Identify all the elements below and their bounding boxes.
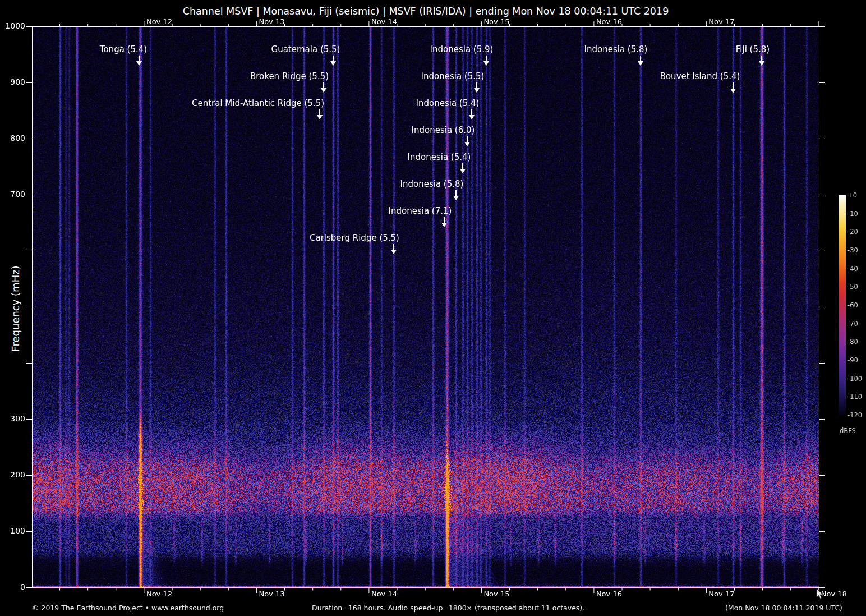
y-tick-label: 300: [2, 414, 25, 423]
event-annotation-arrow: [733, 82, 734, 89]
x-tick-label-bottom: Nov 13: [259, 590, 284, 598]
y-tick-label: 100: [2, 526, 25, 535]
y-tick-label: 1000: [2, 21, 25, 30]
x-tick-label-bottom: Nov 18: [821, 590, 847, 598]
x-tick-label-top: Nov 13: [259, 17, 284, 26]
event-annotation-label: Guatemala (5.5): [271, 44, 340, 54]
colorbar-tick-label: -80: [847, 338, 858, 346]
y-tick-label: 200: [2, 470, 25, 479]
y-tick-label: 0: [2, 582, 25, 591]
event-annotation-label: Fiji (5.8): [736, 44, 770, 54]
colorbar-tick-label: -50: [847, 283, 858, 291]
event-annotation-arrow: [640, 56, 641, 61]
colorbar-tick-label: -120: [847, 411, 862, 419]
event-annotation-arrow: [393, 244, 394, 250]
event-annotation-arrowhead-icon: [317, 115, 323, 119]
footer-duration: Duration=168 hours. Audio speed-up=1800×…: [312, 604, 584, 612]
event-annotation-arrow: [333, 56, 334, 61]
event-annotation-arrowhead-icon: [464, 142, 470, 146]
event-annotation-arrow: [467, 136, 468, 142]
event-annotation-arrowhead-icon: [730, 89, 736, 93]
x-tick-label-bottom: Nov 15: [483, 590, 509, 598]
event-annotation-label: Indonesia (5.4): [408, 152, 471, 162]
x-tick-label-top: Nov 16: [596, 17, 622, 26]
event-annotation-arrowhead-icon: [483, 61, 489, 66]
spectrogram-screenshot: Channel MSVF | Monasavu, Fiji (seismic) …: [0, 0, 866, 616]
colorbar-tick-label: -10: [847, 210, 858, 218]
event-annotation-arrowhead-icon: [469, 115, 475, 119]
event-annotation-label: Indonesia (5.5): [421, 71, 485, 81]
event-annotation-arrow: [471, 109, 472, 115]
page-title: Channel MSVF | Monasavu, Fiji (seismic) …: [32, 6, 819, 17]
y-axis-label: Frequency (mHz): [10, 265, 21, 351]
event-annotation-arrowhead-icon: [474, 88, 480, 93]
y-tick-label: 700: [2, 190, 25, 199]
x-tick-label-bottom: Nov 12: [146, 590, 172, 598]
event-annotation-label: Central Mid-Atlantic Ridge (5.5): [192, 98, 324, 108]
colorbar-tick-label: -110: [847, 393, 862, 401]
event-annotation-label: Indonesia (5.4): [416, 98, 480, 108]
colorbar: [839, 195, 846, 415]
spectrogram-heatmap: [32, 26, 819, 587]
event-annotation-arrow: [319, 109, 320, 115]
event-annotation-label: Indonesia (5.9): [430, 44, 494, 54]
event-annotation-label: Carlsberg Ridge (5.5): [310, 233, 399, 243]
event-annotation-label: Indonesia (6.0): [412, 125, 475, 135]
event-annotation-arrowhead-icon: [460, 169, 466, 173]
event-annotation-arrowhead-icon: [453, 196, 459, 200]
event-annotation-arrow: [444, 217, 445, 223]
x-tick-label-top: Nov 12: [146, 17, 172, 26]
event-annotation-arrowhead-icon: [441, 223, 447, 227]
colorbar-unit-label: dBFS: [840, 427, 856, 435]
x-tick-label-bottom: Nov 17: [708, 590, 734, 598]
x-tick-label-top: Nov 15: [483, 17, 509, 26]
event-annotation-arrowhead-icon: [321, 88, 326, 93]
event-annotation-arrow: [455, 190, 457, 196]
event-annotation-arrowhead-icon: [759, 61, 764, 66]
event-annotation-label: Tonga (5.4): [100, 44, 147, 54]
x-tick-label-bottom: Nov 16: [596, 590, 622, 598]
event-annotation-arrowhead-icon: [391, 250, 397, 254]
event-annotation-label: Bouvet Island (5.4): [660, 71, 740, 81]
x-tick-label-top: Nov 14: [371, 17, 397, 26]
colorbar-tick-label: +0: [847, 191, 857, 199]
event-annotation-arrowhead-icon: [136, 61, 142, 66]
y-tick-label: 900: [2, 77, 25, 86]
event-annotation-arrow: [139, 56, 140, 61]
footer-copyright: © 2019 The Earthsound Project • www.eart…: [32, 604, 224, 612]
colorbar-tick-label: -90: [847, 356, 858, 364]
event-annotation-arrow: [476, 82, 477, 88]
x-tick-label-top: Nov 17: [708, 17, 734, 26]
colorbar-tick-label: -100: [847, 375, 862, 383]
colorbar-tick-label: -30: [847, 246, 858, 254]
event-annotation-label: Indonesia (7.1): [389, 206, 452, 216]
colorbar-tick-label: -40: [847, 265, 858, 273]
event-annotation-arrow: [323, 82, 324, 88]
event-annotation-label: Broken Ridge (5.5): [250, 71, 329, 81]
footer-timestamp: (Mon Nov 18 00:04:11 2019 UTC): [725, 604, 842, 612]
event-annotation-arrow: [462, 163, 463, 169]
colorbar-tick-label: -70: [847, 320, 858, 328]
event-annotation-label: Indonesia (5.8): [584, 44, 648, 54]
y-tick-label: 800: [2, 134, 25, 142]
colorbar-tick-label: -60: [847, 301, 858, 309]
colorbar-tick-label: -20: [847, 228, 858, 236]
event-annotation-arrow: [486, 56, 487, 61]
x-tick-label-bottom: Nov 14: [371, 590, 397, 598]
event-annotation-label: Indonesia (5.8): [400, 179, 464, 189]
event-annotation-arrowhead-icon: [638, 61, 643, 66]
event-annotation-arrowhead-icon: [330, 61, 336, 66]
event-annotation-arrow: [761, 56, 762, 61]
